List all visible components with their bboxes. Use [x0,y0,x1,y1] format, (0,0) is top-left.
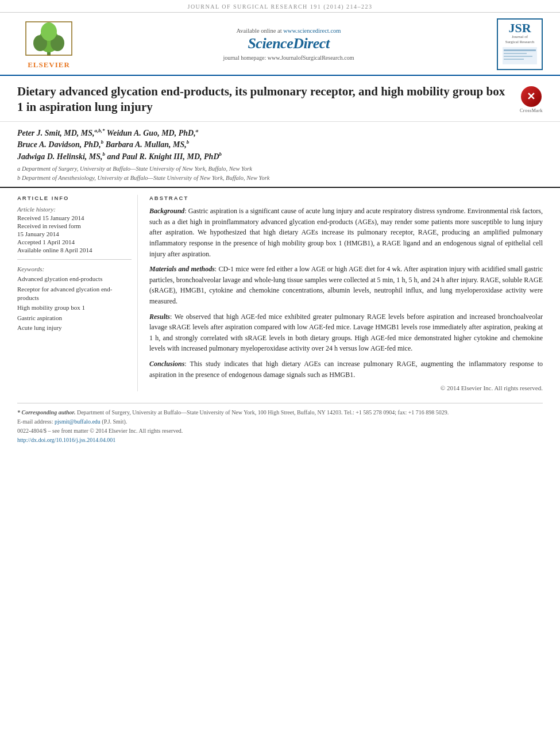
email-line: E-mail address: pjsmit@buffalo.edu (P.J.… [17,417,543,426]
authors-line-3: Jadwiga D. Helinski, MS,b and Paul R. Kn… [17,151,543,161]
left-column: Article Info Article history: Received 1… [17,195,138,391]
svg-point-4 [41,22,57,41]
header-center: Available online at www.sciencedirect.co… [86,28,491,61]
authors-section: Peter J. Smit, MD, MS,a,b,* Weidun A. Gu… [0,122,560,188]
doi-line: http://dx.doi.org/10.1016/j.jss.2014.04.… [17,436,543,445]
crossmark-icon: ✕ [521,86,542,107]
affiliation-a: a Department of Surgery, University at B… [17,164,543,174]
keywords-label: Keywords: [17,266,132,272]
title-section: Dietary advanced glycation end-products,… [0,76,560,122]
abstract-methods: Materials and methods: CD-1 mice were fe… [149,264,543,306]
content-section: Article Info Article history: Received 1… [0,188,560,391]
keyword-5: Acute lung injury [17,324,132,332]
received-date-1: Received 15 January 2014 [17,214,132,221]
science-part: Science [248,35,293,52]
abstract-background: Background: Gastric aspiration is a sign… [149,206,543,259]
methods-label: Materials and methods [149,265,215,273]
svg-rect-8 [504,53,527,54]
article-history-label: Article history: [17,206,132,213]
background-label: Background [149,207,184,215]
authors-line-2: Bruce A. Davidson, PhD,b Barbara A. Mull… [17,139,543,149]
jsr-letters: JSR [503,22,537,34]
available-online-text: Available online at www.sciencedirect.co… [92,28,485,34]
author-smit: Peter J. Smit, MD, MS, [17,128,95,137]
results-text: We observed that high AGE-fed mice exhib… [149,313,543,353]
article-info-label: Article Info [17,195,132,201]
issn-line: 0022-4804/$ – see front matter © 2014 El… [17,426,543,436]
journal-homepage-text: journal homepage: www.JournalofSurgicalR… [92,55,485,61]
author-guo: Weidun A. Guo, MD, PhD, [105,128,196,137]
sciencedirect-logo: ScienceDirect [92,35,485,52]
received-date-2: 15 January 2014 [17,230,132,237]
doi-link[interactable]: http://dx.doi.org/10.1016/j.jss.2014.04.… [17,437,115,443]
results-label: Results [149,313,170,321]
email-link[interactable]: pjsmit@buffalo.edu [55,418,101,425]
abstract-label: Abstract [149,195,543,201]
author-helinski: Jadwiga D. Helinski, MS, [17,152,103,161]
corresponding-author-text: Department of Surgery, University at Buf… [77,409,449,416]
background-text: Gastric aspiration is a significant caus… [149,207,543,257]
abstract-section: Background: Gastric aspiration is a sign… [149,206,543,391]
accepted-date: Accepted 1 April 2014 [17,239,132,245]
keyword-1: Advanced glycation end-products [17,275,132,283]
journal-header-bar: Journal of Surgical Research 191 (2014) … [0,0,560,13]
available-online-date: Available online 8 April 2014 [17,247,132,253]
page-header: ELSEVIER Available online at www.science… [0,13,560,76]
author-knight: and Paul R. Knight III, MD, PhD [105,152,219,161]
corresponding-author-label: * Corresponding author. [17,409,75,416]
conclusions-text: This study indicates that high dietary A… [149,360,543,379]
copyright-line: © 2014 Elsevier Inc. All rights reserved… [149,384,543,391]
jsr-badge-section: JSR Journal ofSurgical Research [491,18,549,70]
article-title: Dietary advanced glycation end-products,… [17,84,520,116]
elsevier-logo-section: ELSEVIER [11,19,86,70]
received-revised-label: Received in revised form [17,222,132,229]
keyword-4: Gastric aspiration [17,314,132,322]
sciencedirect-link[interactable]: www.sciencedirect.com [283,28,341,34]
conclusions-label: Conclusions [149,360,184,368]
jsr-graphic [503,47,537,64]
svg-rect-10 [504,59,524,60]
keyword-3: High mobility group box 1 [17,303,132,312]
affiliations: a Department of Surgery, University at B… [17,164,543,183]
keyword-2: Receptor for advanced glycation end-prod… [17,285,132,303]
author-mullan: Barbara A. Mullan, MS, [103,140,187,149]
email-label: E-mail address: [17,418,53,425]
journal-name: Journal of Surgical Research 191 (2014) … [188,3,373,10]
svg-rect-7 [504,49,536,51]
svg-rect-9 [504,56,532,57]
footer-section: * Corresponding author. Department of Su… [17,403,543,445]
footer-text: * Corresponding author. Department of Su… [17,408,543,445]
direct-part: Direct [293,35,329,52]
elsevier-label: ELSEVIER [28,60,70,70]
elsevier-tree-icon [23,19,75,59]
jsr-subtext: Journal ofSurgical Research [503,34,537,45]
jsr-badge: JSR Journal ofSurgical Research [497,18,543,70]
abstract-conclusions: Conclusions: This study indicates that h… [149,359,543,380]
author-davidson: Bruce A. Davidson, PhD, [17,140,101,149]
divider-1 [17,259,132,260]
email-name: (P.J. Smit). [102,418,127,425]
crossmark-badge[interactable]: ✕ CrossMark [520,86,543,113]
crossmark-label: CrossMark [520,108,543,113]
abstract-results: Results: We observed that high AGE-fed m… [149,311,543,354]
affiliation-b: b Department of Anesthesiology, Universi… [17,174,543,183]
authors-line-1: Peter J. Smit, MD, MS,a,b,* Weidun A. Gu… [17,128,543,138]
right-column: Abstract Background: Gastric aspiration … [149,195,543,391]
corresponding-author: * Corresponding author. Department of Su… [17,408,543,417]
